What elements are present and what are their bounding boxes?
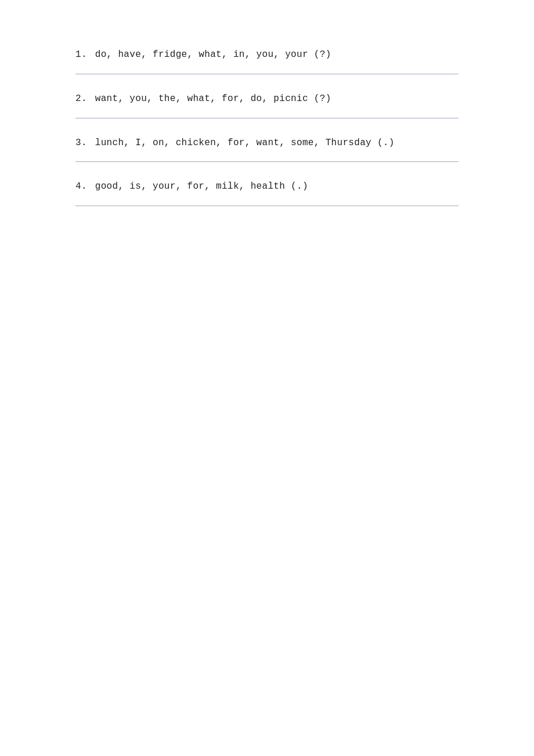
answer-line-2 xyxy=(75,118,459,118)
exercise-text-3: 3. lunch, I, on, chicken, for, want, som… xyxy=(75,135,459,152)
exercise-number-3: 3. xyxy=(75,138,87,148)
exercise-text-1: 1. do, have, fridge, what, in, you, your… xyxy=(75,46,459,63)
exercise-container: 1. do, have, fridge, what, in, you, your… xyxy=(0,0,534,269)
exercise-words-4: good, is, your, for, milk, health (.) xyxy=(95,181,308,192)
exercise-number-2: 2. xyxy=(75,93,87,104)
exercise-number-4: 4. xyxy=(75,181,87,192)
exercise-text-2: 2. want, you, the, what, for, do, picnic… xyxy=(75,91,459,107)
exercise-item-4: 4. good, is, your, for, milk, health (.) xyxy=(75,178,459,206)
exercise-words-1: do, have, fridge, what, in, you, your (?… xyxy=(95,49,331,60)
exercise-text-4: 4. good, is, your, for, milk, health (.) xyxy=(75,178,459,195)
answer-line-1 xyxy=(75,74,459,74)
exercise-number-1: 1. xyxy=(75,49,87,60)
exercise-item-1: 1. do, have, fridge, what, in, you, your… xyxy=(75,46,459,74)
exercise-item-2: 2. want, you, the, what, for, do, picnic… xyxy=(75,91,459,118)
answer-line-3 xyxy=(75,161,459,162)
exercise-item-3: 3. lunch, I, on, chicken, for, want, som… xyxy=(75,135,459,163)
exercise-words-2: want, you, the, what, for, do, picnic (?… xyxy=(95,93,331,104)
exercise-words-3: lunch, I, on, chicken, for, want, some, … xyxy=(95,138,395,148)
answer-line-4 xyxy=(75,206,459,206)
